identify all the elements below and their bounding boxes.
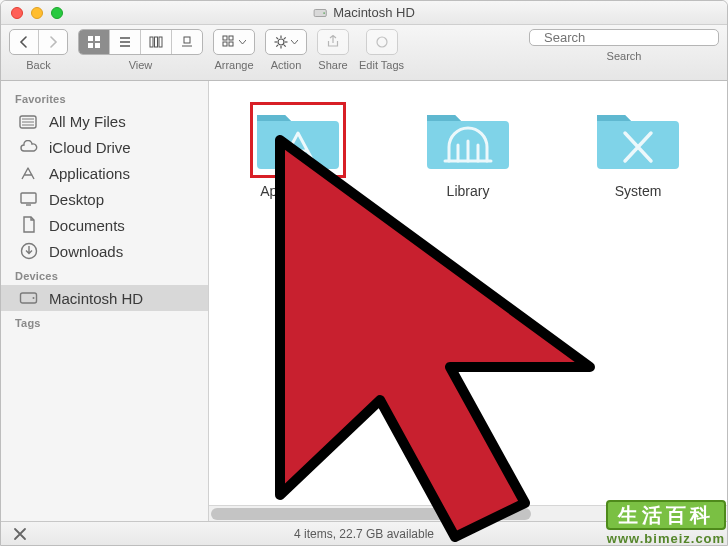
- sidebar-item-downloads[interactable]: Downloads: [1, 238, 208, 264]
- sidebar: Favorites All My Files iCloud Drive Appl…: [1, 81, 209, 521]
- sidebar-header-tags: Tags: [1, 311, 208, 332]
- sidebar-item-label: iCloud Drive: [49, 139, 131, 156]
- chevron-down-icon: [239, 40, 246, 45]
- status-text: 4 items, 22.7 GB available: [294, 527, 434, 541]
- action-group: Action: [265, 29, 307, 71]
- share-button[interactable]: [317, 29, 349, 55]
- svg-rect-4: [88, 43, 93, 48]
- window-title-text: Macintosh HD: [333, 5, 415, 20]
- hd-icon: [313, 6, 327, 20]
- close-window-button[interactable]: [11, 7, 23, 19]
- folder-icon-applications: [251, 103, 345, 177]
- sidebar-item-documents[interactable]: Documents: [1, 212, 208, 238]
- gear-icon: [274, 35, 288, 49]
- traffic-lights: [1, 7, 63, 19]
- edit-tags-button[interactable]: [366, 29, 398, 55]
- arrange-group: Arrange: [213, 29, 255, 71]
- desktop-icon: [19, 190, 39, 208]
- svg-line-26: [276, 45, 278, 47]
- chevron-down-icon: [291, 40, 298, 45]
- back-label: Back: [26, 59, 50, 71]
- content-area: Applications Library System: [209, 81, 727, 521]
- folder-library[interactable]: Library: [413, 103, 523, 199]
- svg-rect-2: [88, 36, 93, 41]
- applications-icon: [19, 164, 39, 182]
- watermark: 生活百科 www.bimeiz.com: [606, 500, 726, 546]
- maximize-window-button[interactable]: [51, 7, 63, 19]
- sidebar-item-icloud-drive[interactable]: iCloud Drive: [1, 134, 208, 160]
- arrange-label: Arrange: [214, 59, 253, 71]
- nav-buttons: [9, 29, 68, 55]
- svg-line-23: [276, 37, 278, 39]
- sidebar-header-favorites: Favorites: [1, 87, 208, 108]
- sidebar-item-applications[interactable]: Applications: [1, 160, 208, 186]
- svg-point-18: [278, 39, 284, 45]
- folder-name: System: [615, 183, 662, 199]
- scrollbar-thumb[interactable]: [211, 508, 531, 520]
- sidebar-item-label: Downloads: [49, 243, 123, 260]
- search-field[interactable]: [529, 29, 719, 46]
- sidebar-item-label: Applications: [49, 165, 130, 182]
- folder-system[interactable]: System: [583, 103, 693, 199]
- sidebar-header-devices: Devices: [1, 264, 208, 285]
- list-view-button[interactable]: [110, 30, 141, 54]
- search-label: Search: [607, 50, 642, 62]
- svg-rect-10: [155, 37, 158, 47]
- svg-rect-5: [95, 43, 100, 48]
- documents-icon: [19, 216, 39, 234]
- arrange-button[interactable]: [213, 29, 255, 55]
- sidebar-item-macintosh-hd[interactable]: Macintosh HD: [1, 285, 208, 311]
- svg-rect-3: [95, 36, 100, 41]
- svg-rect-16: [223, 42, 227, 46]
- sidebar-item-label: Desktop: [49, 191, 104, 208]
- column-view-button[interactable]: [141, 30, 172, 54]
- folder-icon-library: [421, 103, 515, 177]
- window-body: Favorites All My Files iCloud Drive Appl…: [1, 81, 727, 521]
- downloads-icon: [19, 242, 39, 260]
- svg-rect-11: [159, 37, 162, 47]
- sidebar-item-desktop[interactable]: Desktop: [1, 186, 208, 212]
- finder-window: Macintosh HD Back View Arrang: [0, 0, 728, 546]
- back-forward-group: Back: [9, 29, 68, 71]
- sidebar-item-all-my-files[interactable]: All My Files: [1, 108, 208, 134]
- sidebar-item-label: Macintosh HD: [49, 290, 143, 307]
- icon-view-button[interactable]: [79, 30, 110, 54]
- forward-button[interactable]: [39, 30, 67, 54]
- back-button[interactable]: [10, 30, 39, 54]
- toolbar: Back View Arrange Action: [1, 25, 727, 81]
- share-icon: [326, 35, 340, 49]
- svg-rect-9: [150, 37, 153, 47]
- svg-point-38: [33, 297, 35, 299]
- arrange-icon: [222, 35, 236, 49]
- search-group: Search: [529, 29, 719, 62]
- sidebar-item-label: All My Files: [49, 113, 126, 130]
- window-title: Macintosh HD: [313, 5, 415, 20]
- all-my-files-icon: [19, 112, 39, 130]
- view-buttons: [78, 29, 203, 55]
- svg-rect-15: [229, 36, 233, 40]
- action-label: Action: [271, 59, 302, 71]
- search-input[interactable]: [544, 30, 712, 45]
- icloud-icon: [19, 138, 39, 156]
- hd-icon: [19, 289, 39, 307]
- watermark-url: www.bimeiz.com: [606, 532, 726, 546]
- svg-rect-12: [184, 37, 190, 43]
- titlebar: Macintosh HD: [1, 1, 727, 25]
- folder-name: Applications: [260, 183, 336, 199]
- edit-tags-label: Edit Tags: [359, 59, 404, 71]
- svg-point-27: [377, 37, 387, 47]
- view-label: View: [129, 59, 153, 71]
- svg-rect-17: [229, 42, 233, 46]
- share-label: Share: [318, 59, 347, 71]
- action-button[interactable]: [265, 29, 307, 55]
- icon-grid: Applications Library System: [209, 81, 727, 505]
- minimize-window-button[interactable]: [31, 7, 43, 19]
- view-group: View: [78, 29, 203, 71]
- close-icon[interactable]: [11, 525, 29, 543]
- folder-applications[interactable]: Applications: [243, 103, 353, 199]
- svg-rect-34: [21, 193, 36, 203]
- coverflow-view-button[interactable]: [172, 30, 202, 54]
- share-group: Share: [317, 29, 349, 71]
- folder-icon-system: [591, 103, 685, 177]
- svg-point-1: [323, 12, 325, 14]
